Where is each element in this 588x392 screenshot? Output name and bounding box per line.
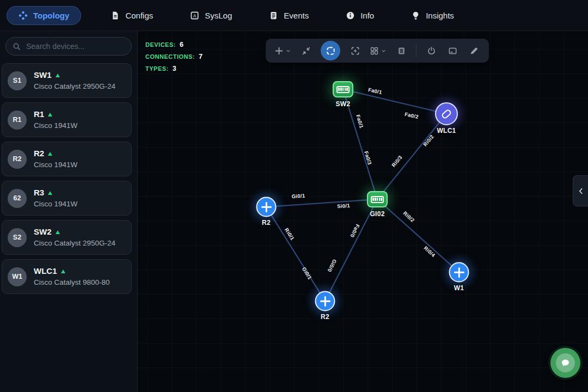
- console-icon: [448, 46, 457, 56]
- avatar: 62: [8, 189, 27, 208]
- edge-R2a-GI02: [266, 199, 377, 207]
- app-root: TopologyConfigsASysLogEventsInfoInsights…: [0, 0, 588, 392]
- select-icon: [326, 46, 335, 56]
- tab-configs[interactable]: Configs: [103, 6, 161, 25]
- node-r2b[interactable]: [315, 291, 335, 311]
- status-up-icon: [56, 230, 60, 234]
- console-button[interactable]: [446, 41, 459, 60]
- node-gi02[interactable]: [367, 191, 388, 207]
- device-name: R2: [34, 148, 44, 160]
- edge-port-label: Gi0/1: [291, 193, 305, 200]
- edge-SW2-WLC1: [343, 89, 446, 114]
- edge-WLC1-GI02: [377, 114, 446, 199]
- connect-tool-button[interactable]: [299, 41, 313, 60]
- node-label: GI02: [370, 210, 384, 218]
- node-r2a[interactable]: [256, 197, 277, 217]
- chevron-down-icon: [285, 48, 291, 54]
- pencil-icon: [469, 46, 479, 56]
- top-navbar: TopologyConfigsASysLogEventsInfoInsights: [0, 0, 588, 31]
- tab-syslog[interactable]: ASysLog: [182, 6, 240, 25]
- device-model: Cisco 1941W: [34, 161, 77, 169]
- device-card-r3[interactable]: 62R3Cisco 1941W: [2, 181, 132, 216]
- edit-button[interactable]: [467, 41, 480, 60]
- topology-icon: [19, 11, 28, 20]
- chevron-left-icon: [577, 187, 585, 195]
- avatar: S2: [8, 228, 27, 247]
- edge-GI02-W1: [377, 199, 459, 272]
- device-name: R1: [34, 108, 44, 120]
- fit-icon: [351, 46, 360, 56]
- node-label: W1: [454, 284, 464, 292]
- device-card-wlc1[interactable]: W1WLC1Cisco Catalyst 9800-80: [2, 259, 132, 294]
- plus-node-icon: [256, 197, 277, 217]
- device-card-r2[interactable]: R2R2Cisco 1941W: [2, 142, 132, 176]
- plus-node-icon: [315, 291, 335, 311]
- tab-insights[interactable]: Insights: [403, 6, 462, 25]
- device-sidebar: S1SW1Cisco Catalyst 2950G-24R1R1Cisco 19…: [0, 31, 138, 392]
- chat-icon: [556, 353, 575, 372]
- chevron-down-icon: [381, 48, 387, 54]
- device-model: Cisco 1941W: [34, 200, 77, 208]
- stat-label: DEVICES:: [145, 41, 176, 48]
- status-up-icon: [48, 113, 52, 117]
- stat-row: CONNECTIONS:7: [145, 53, 203, 60]
- tab-info[interactable]: Info: [338, 6, 382, 25]
- link-icon: [302, 46, 311, 56]
- stat-row: DEVICES:6: [145, 41, 203, 48]
- add-device-button[interactable]: [274, 41, 291, 60]
- power-button[interactable]: [425, 41, 438, 60]
- toolbar-divider: [416, 44, 416, 57]
- wireless-controller-icon: [435, 102, 458, 125]
- insights-icon: [411, 11, 420, 20]
- stat-value: 7: [199, 53, 203, 60]
- switch-icon: [367, 191, 388, 207]
- avatar: R1: [8, 111, 27, 130]
- info-icon: [346, 11, 355, 20]
- search-icon: [13, 42, 21, 51]
- power-icon: [427, 46, 436, 56]
- status-up-icon: [48, 152, 52, 156]
- device-name: R3: [34, 187, 44, 199]
- table-button[interactable]: [395, 41, 408, 60]
- layout-icon: [370, 46, 379, 56]
- select-tool-button[interactable]: [321, 41, 340, 60]
- edge-port-label: Si0/1: [337, 203, 350, 210]
- syslog-icon: A: [190, 11, 199, 20]
- avatar: W1: [8, 267, 27, 286]
- right-panel-toggle[interactable]: [573, 175, 588, 206]
- fit-view-button[interactable]: [348, 41, 362, 60]
- device-card-r1[interactable]: R1R1Cisco 1941W: [2, 102, 132, 137]
- device-card-sw1[interactable]: S1SW1Cisco Catalyst 2950G-24: [2, 63, 132, 98]
- plus-icon: [274, 46, 284, 56]
- node-label: WLC1: [437, 127, 456, 134]
- device-card-sw2[interactable]: S2SW2Cisco Catalyst 2950G-24: [2, 220, 132, 255]
- node-wlc1[interactable]: [435, 102, 458, 125]
- assistant-button[interactable]: [550, 348, 580, 378]
- tab-events[interactable]: Events: [261, 6, 316, 25]
- node-label: R2: [262, 219, 271, 226]
- node-sw2[interactable]: [333, 81, 353, 97]
- device-list: S1SW1Cisco Catalyst 2950G-24R1R1Cisco 19…: [0, 63, 137, 294]
- tab-label: Events: [284, 11, 309, 20]
- node-label: R2: [321, 313, 329, 321]
- avatar: R2: [8, 150, 27, 169]
- device-model: Cisco Catalyst 2950G-24: [34, 239, 115, 247]
- events-icon: [269, 11, 278, 20]
- node-w1[interactable]: [449, 262, 469, 283]
- tab-label: Info: [360, 11, 374, 20]
- tab-label: Topology: [33, 11, 69, 20]
- stat-row: TYPES:3: [145, 65, 203, 72]
- avatar: S1: [8, 71, 27, 90]
- tab-label: SysLog: [205, 11, 232, 20]
- configs-icon: [111, 11, 120, 20]
- layout-button[interactable]: [370, 41, 387, 60]
- topology-canvas[interactable]: DEVICES:6CONNECTIONS:7TYPES:3 Fa0/1Fa0/2…: [138, 31, 588, 392]
- node-label: SW2: [336, 100, 351, 108]
- search-input[interactable]: [25, 41, 125, 51]
- device-model: Cisco Catalyst 9800-80: [34, 278, 110, 286]
- svg-text:A: A: [193, 13, 197, 18]
- tab-topology[interactable]: Topology: [7, 6, 81, 25]
- edge-R2a-R2b: [266, 207, 325, 301]
- tab-label: Insights: [426, 11, 454, 20]
- device-search[interactable]: [5, 37, 132, 56]
